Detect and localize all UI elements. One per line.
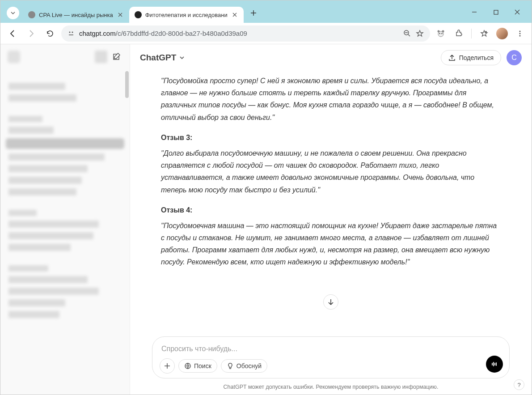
profile-avatar[interactable] bbox=[495, 26, 509, 41]
close-icon[interactable] bbox=[117, 11, 124, 18]
plus-icon bbox=[164, 362, 171, 370]
svg-point-6 bbox=[442, 30, 444, 32]
user-avatar[interactable]: С bbox=[507, 50, 522, 65]
chevron-down-icon bbox=[179, 55, 185, 61]
app-content: ChatGPT Поделиться С "Посудомойка просто… bbox=[0, 44, 532, 395]
chat-sidebar bbox=[0, 44, 130, 395]
tab-title: CPA Live — инсайды рынка bbox=[39, 12, 113, 18]
lightbulb-icon bbox=[227, 362, 234, 370]
brand-label: ChatGPT bbox=[140, 53, 176, 63]
scroll-to-bottom-button[interactable] bbox=[323, 294, 338, 310]
favorites-icon[interactable] bbox=[477, 26, 491, 41]
chat-input-area: Поиск Обоснуй bbox=[130, 330, 532, 381]
input-tools: Поиск Обоснуй bbox=[160, 358, 502, 374]
help-button[interactable]: ? bbox=[514, 379, 524, 390]
browser-titlebar: CPA Live — инсайды рынка Фитотелепатия и… bbox=[0, 0, 532, 23]
chat-messages[interactable]: "Посудомойка просто супер! С ней я эконо… bbox=[130, 71, 532, 330]
review-text: "Долго выбирала посудомоечную машину, и … bbox=[161, 147, 501, 196]
url-text: chatgpt.com/c/67bddffd-d2d0-800d-ba27-b4… bbox=[79, 30, 247, 37]
sidebar-collapse-icon[interactable] bbox=[95, 51, 107, 63]
svg-point-2 bbox=[72, 31, 73, 33]
svg-point-1 bbox=[69, 31, 71, 33]
address-bar[interactable]: chatgpt.com/c/67bddffd-d2d0-800d-ba27-b4… bbox=[61, 25, 430, 42]
svg-point-10 bbox=[519, 33, 521, 34]
browser-menu-icon[interactable] bbox=[513, 26, 527, 41]
svg-point-7 bbox=[439, 33, 440, 34]
user-initial: С bbox=[511, 54, 517, 62]
chat-input-box: Поиск Обоснуй bbox=[152, 336, 510, 378]
site-settings-icon[interactable] bbox=[68, 30, 75, 37]
svg-point-9 bbox=[519, 30, 521, 32]
chevron-down-icon bbox=[10, 10, 16, 16]
chat-main: ChatGPT Поделиться С "Посудомойка просто… bbox=[130, 44, 532, 395]
assistant-message: "Посудомойка просто супер! С ней я эконо… bbox=[161, 75, 501, 268]
toolbar-divider bbox=[471, 29, 472, 38]
back-button[interactable] bbox=[5, 26, 20, 41]
browser-tabs: CPA Live — инсайды рынка Фитотелепатия и… bbox=[23, 6, 464, 23]
sidebar-item-active[interactable] bbox=[6, 138, 124, 149]
globe-icon bbox=[28, 11, 35, 18]
forward-button[interactable] bbox=[24, 26, 39, 41]
reload-button[interactable] bbox=[42, 26, 58, 41]
review-text: "Посудомойка просто супер! С ней я эконо… bbox=[161, 75, 501, 123]
sidebar-logo[interactable] bbox=[8, 51, 20, 63]
voice-input-button[interactable] bbox=[486, 356, 503, 373]
attach-button[interactable] bbox=[160, 358, 175, 374]
svg-point-5 bbox=[438, 30, 440, 32]
reason-tool-button[interactable]: Обоснуй bbox=[221, 359, 267, 373]
browser-tab-active[interactable]: Фитотелепатия и исследовани bbox=[129, 7, 244, 23]
close-icon[interactable] bbox=[231, 11, 238, 18]
review-text: "Посудомоечная машина — это настоящий по… bbox=[161, 220, 501, 268]
browser-toolbar: chatgpt.com/c/67bddffd-d2d0-800d-ba27-b4… bbox=[0, 23, 532, 44]
close-window-button[interactable] bbox=[507, 5, 527, 19]
disclaimer-text: ChatGPT может допускать ошибки. Рекоменд… bbox=[130, 381, 532, 395]
model-selector[interactable]: ChatGPT bbox=[140, 53, 185, 63]
chatgpt-icon bbox=[135, 11, 142, 18]
browser-tab[interactable]: CPA Live — инсайды рынка bbox=[23, 7, 129, 23]
chat-input[interactable] bbox=[160, 343, 502, 358]
svg-rect-0 bbox=[494, 10, 498, 14]
chat-header: ChatGPT Поделиться С bbox=[130, 44, 532, 71]
upload-icon bbox=[448, 54, 456, 61]
search-tool-button[interactable]: Поиск bbox=[178, 359, 217, 373]
review-heading: Отзыв 3: bbox=[161, 132, 501, 144]
arrow-down-icon bbox=[327, 298, 334, 306]
bookmark-star-icon[interactable] bbox=[416, 30, 424, 38]
extension-panda-icon[interactable] bbox=[434, 26, 448, 41]
globe-icon bbox=[184, 362, 191, 370]
zoom-icon[interactable] bbox=[403, 30, 411, 38]
share-button[interactable]: Поделиться bbox=[441, 50, 501, 65]
svg-point-8 bbox=[441, 33, 443, 34]
reason-tool-label: Обоснуй bbox=[236, 362, 262, 370]
new-tab-button[interactable] bbox=[246, 6, 261, 20]
extensions-puzzle-icon[interactable] bbox=[452, 26, 466, 41]
maximize-button[interactable] bbox=[486, 5, 506, 19]
minimize-button[interactable] bbox=[464, 5, 484, 19]
toolbar-extensions bbox=[434, 26, 527, 41]
tab-title: Фитотелепатия и исследовани bbox=[145, 12, 228, 18]
search-tool-label: Поиск bbox=[194, 362, 211, 370]
svg-point-11 bbox=[519, 35, 521, 36]
tab-search-dropdown[interactable] bbox=[7, 7, 19, 19]
window-controls bbox=[464, 5, 527, 19]
sidebar-scrollbar[interactable] bbox=[125, 71, 129, 98]
waveform-icon bbox=[490, 360, 498, 368]
review-heading: Отзыв 4: bbox=[161, 204, 501, 216]
new-chat-icon[interactable] bbox=[110, 51, 122, 63]
share-label: Поделиться bbox=[459, 54, 494, 61]
